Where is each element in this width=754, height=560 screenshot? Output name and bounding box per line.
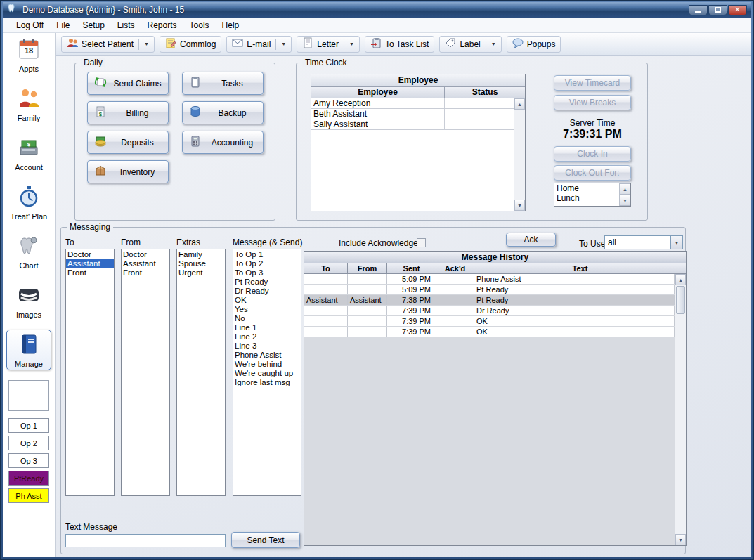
ack-button[interactable]: Ack [506, 233, 556, 247]
list-item[interactable]: Front [122, 268, 169, 278]
clock-out-option[interactable]: Home [554, 183, 619, 193]
sidebar-item-family[interactable]: Family [6, 84, 51, 124]
scroll-up-icon[interactable]: ▲ [675, 274, 686, 285]
message-history-row[interactable]: 7:39 PM Dr Ready [304, 306, 675, 316]
message-history-row[interactable]: 7:39 PM OK [304, 327, 675, 337]
operatory-button[interactable]: Op 2 [8, 436, 49, 450]
menu-file[interactable]: File [50, 18, 76, 32]
chevron-down-icon[interactable]: ▼ [281, 41, 286, 46]
message-history-row[interactable]: 7:39 PM OK [304, 316, 675, 327]
list-item[interactable]: Ignore last msg [233, 378, 301, 387]
clock-out-scrollbar[interactable]: ▲ ▼ [619, 183, 630, 206]
menu-setup[interactable]: Setup [76, 18, 110, 32]
include-acknowledged-checkbox[interactable] [417, 238, 426, 247]
message-history-row[interactable]: 5:09 PM Pt Ready [304, 285, 675, 295]
list-item[interactable]: Assistant [122, 259, 169, 268]
popups-button[interactable]: Popups [507, 36, 561, 53]
chevron-down-icon[interactable]: ▼ [670, 236, 682, 249]
titlebar[interactable]: Demo Database {Admin} - Smith, John - 15… [3, 2, 751, 18]
menu-log-off[interactable]: Log Off [10, 18, 50, 32]
commlog-button[interactable]: Commlog [160, 36, 221, 53]
employee-row[interactable]: Amy Reception [311, 98, 514, 109]
scroll-up-icon[interactable]: ▲ [514, 98, 525, 110]
list-item[interactable]: Line 3 [233, 341, 301, 351]
list-item[interactable]: To Op 3 [233, 268, 301, 278]
list-item[interactable]: Front [66, 268, 114, 278]
menu-reports[interactable]: Reports [141, 18, 183, 32]
operatory-button[interactable]: Op 1 [8, 418, 49, 433]
text-message-input[interactable] [65, 534, 226, 547]
operatory-button[interactable]: Op 3 [8, 453, 49, 468]
to-task-list-button[interactable]: To Task List [365, 36, 434, 53]
tasks-button[interactable]: Tasks [182, 72, 264, 95]
view-timecard-button[interactable]: View Timecard [554, 75, 631, 91]
list-item[interactable]: We're behind [233, 360, 301, 369]
list-item[interactable]: Urgent [177, 268, 225, 278]
backup-button[interactable]: Backup [182, 101, 264, 124]
sidebar-item-account[interactable]: $ Account [6, 133, 51, 174]
scroll-down-icon[interactable]: ▼ [675, 534, 686, 545]
list-item[interactable]: Yes [233, 305, 301, 314]
sidebar-item-images[interactable]: Images [6, 280, 51, 321]
operatory-button[interactable]: Ph Asst [8, 488, 49, 503]
clock-in-button[interactable]: Clock In [554, 146, 631, 162]
list-item[interactable]: Line 2 [233, 332, 301, 341]
list-item[interactable]: Line 1 [233, 323, 301, 332]
letter-icon [302, 37, 313, 51]
list-item[interactable]: Pt Ready [233, 278, 301, 287]
list-item[interactable]: We're caught up [233, 369, 301, 378]
label-button[interactable]: Label ▼ [439, 36, 501, 53]
list-item[interactable]: Doctor [122, 250, 169, 259]
menu-lists[interactable]: Lists [111, 18, 141, 32]
deposits-button[interactable]: Deposits [87, 131, 169, 154]
main-toolbar: Select Patient ▼ Commlog E-mail ▼ Letter… [56, 33, 751, 56]
message-history-row[interactable]: 5:09 PM Phone Assist [304, 274, 675, 285]
scroll-up-icon[interactable]: ▲ [620, 183, 630, 195]
employee-row[interactable]: Sally Assistant [311, 119, 514, 130]
chevron-down-icon[interactable]: ▼ [144, 41, 149, 46]
accounting-button[interactable]: Accounting [182, 131, 264, 154]
message-history-row[interactable]: Assistant Assistant 7:38 PM Pt Ready [304, 295, 675, 306]
list-item[interactable]: To Op 1 [233, 250, 301, 259]
chevron-down-icon[interactable]: ▼ [491, 41, 496, 46]
list-item[interactable]: Phone Assist [233, 351, 301, 360]
list-item[interactable]: Dr Ready [233, 287, 301, 296]
select-patient-button[interactable]: Select Patient ▼ [61, 36, 155, 53]
scroll-down-icon[interactable]: ▼ [620, 195, 630, 206]
clock-out-option[interactable]: Lunch [554, 193, 619, 203]
employee-row[interactable]: Beth Assistant [311, 109, 514, 119]
view-breaks-button[interactable]: View Breaks [554, 95, 631, 110]
email-button[interactable]: E-mail ▼ [226, 36, 292, 53]
operatory-button[interactable]: PtReady [8, 471, 49, 486]
list-item[interactable]: Family [177, 250, 225, 259]
message-history-scrollbar[interactable]: ▲ ▼ [675, 274, 686, 545]
maximize-icon[interactable] [708, 5, 727, 15]
inventory-button[interactable]: Inventory [87, 160, 169, 183]
employee-table-scrollbar[interactable]: ▲ ▼ [514, 98, 525, 211]
list-item[interactable]: Spouse [177, 259, 225, 268]
sidebar-item-chart[interactable]: Chart [6, 231, 51, 272]
letter-button[interactable]: Letter ▼ [297, 36, 360, 53]
list-item[interactable]: Doctor [66, 250, 114, 259]
list-item[interactable]: OK [233, 296, 301, 305]
billing-button[interactable]: $ Billing [87, 101, 169, 124]
close-icon[interactable]: ✕ [728, 5, 747, 15]
list-item[interactable]: No [233, 314, 301, 323]
list-item[interactable]: Assistant [66, 259, 114, 268]
clock-out-for-button[interactable]: Clock Out For: [554, 165, 631, 181]
sidebar-item-appts[interactable]: 18 Appts [6, 34, 51, 75]
scrollbar-thumb[interactable] [676, 286, 685, 314]
menu-tools[interactable]: Tools [183, 18, 216, 32]
sidebar-item-manage[interactable]: Manage [6, 330, 51, 370]
send-claims-button[interactable]: Send Claims [87, 72, 169, 95]
scroll-down-icon[interactable]: ▼ [514, 200, 525, 211]
menu-help[interactable]: Help [216, 18, 246, 32]
send-text-button[interactable]: Send Text [231, 532, 300, 548]
to-user-combobox[interactable]: all ▼ [604, 235, 683, 249]
family-icon [17, 86, 41, 113]
list-item[interactable]: To Op 2 [233, 259, 301, 268]
chevron-down-icon[interactable]: ▼ [349, 41, 354, 46]
extras-listbox: FamilySpouseUrgent [176, 249, 226, 496]
sidebar-item-treat-plan[interactable]: Treat' Plan [6, 182, 51, 223]
minimize-icon[interactable] [689, 5, 708, 15]
